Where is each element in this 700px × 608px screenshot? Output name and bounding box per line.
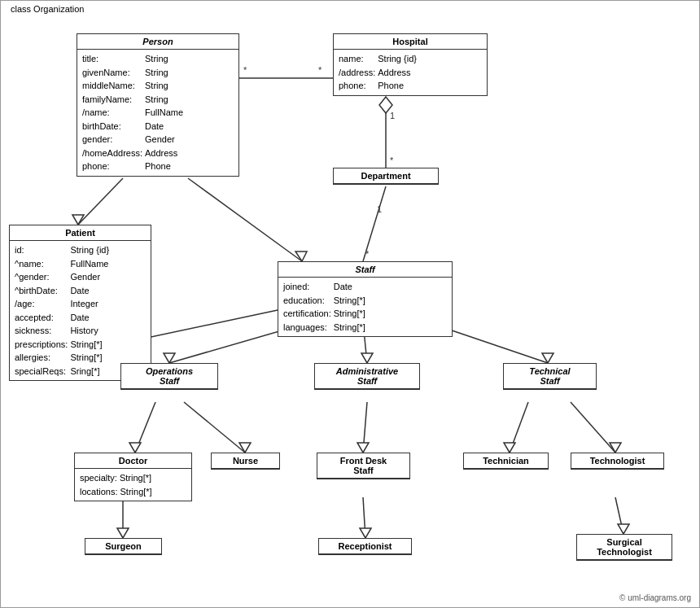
svg-marker-26 bbox=[239, 443, 251, 453]
class-person-header: Person bbox=[77, 34, 238, 50]
class-patient-header: Patient bbox=[10, 225, 151, 241]
class-doctor-header: Doctor bbox=[75, 453, 191, 469]
class-administrative-staff-header: AdministrativeStaff bbox=[315, 364, 419, 389]
class-front-desk-staff: Front DeskStaff bbox=[317, 453, 410, 479]
class-technologist: Technologist bbox=[571, 453, 664, 470]
svg-marker-38 bbox=[618, 524, 629, 534]
svg-line-25 bbox=[184, 402, 245, 453]
svg-text:1: 1 bbox=[390, 111, 395, 120]
svg-marker-20 bbox=[361, 353, 373, 363]
svg-line-29 bbox=[510, 402, 528, 453]
svg-marker-36 bbox=[360, 528, 371, 538]
class-hospital-header: Hospital bbox=[334, 34, 487, 50]
class-person-body: title:String givenName:String middleName… bbox=[77, 50, 238, 176]
class-staff-header: Staff bbox=[278, 262, 452, 278]
svg-marker-32 bbox=[610, 443, 621, 453]
svg-line-10 bbox=[78, 178, 123, 225]
class-front-desk-staff-header: Front DeskStaff bbox=[317, 453, 409, 479]
class-nurse-header: Nurse bbox=[212, 453, 279, 469]
class-administrative-staff: AdministrativeStaff bbox=[314, 363, 420, 390]
class-technician: Technician bbox=[463, 453, 549, 470]
svg-marker-30 bbox=[504, 443, 515, 453]
svg-text:*: * bbox=[365, 249, 370, 259]
class-technical-staff: TechnicalStaff bbox=[503, 363, 597, 390]
class-patient-body: id:String {id} ^name:FullName ^gender:Ge… bbox=[10, 241, 151, 380]
class-operations-staff: OperationsStaff bbox=[120, 363, 218, 390]
class-receptionist: Receptionist bbox=[318, 538, 412, 555]
class-surgical-technologist: SurgicalTechnologist bbox=[576, 534, 672, 561]
class-staff: Staff joined:Date education:String[*] ce… bbox=[278, 261, 453, 337]
svg-line-31 bbox=[571, 402, 615, 453]
svg-line-23 bbox=[135, 402, 155, 453]
class-operations-staff-header: OperationsStaff bbox=[121, 364, 217, 389]
class-person: Person title:String givenName:String mid… bbox=[77, 33, 239, 177]
class-technician-header: Technician bbox=[464, 453, 548, 469]
svg-marker-28 bbox=[357, 443, 369, 453]
class-surgeon: Surgeon bbox=[85, 538, 162, 555]
class-hospital: Hospital name:String {id} /address:Addre… bbox=[333, 33, 488, 96]
class-technical-staff-header: TechnicalStaff bbox=[504, 364, 596, 389]
svg-line-35 bbox=[363, 497, 365, 538]
svg-line-7 bbox=[363, 186, 386, 261]
svg-marker-34 bbox=[117, 528, 129, 538]
svg-line-37 bbox=[615, 497, 623, 534]
diagram-container: class Organization * * 1 * 1 * * * bbox=[0, 0, 700, 608]
svg-text:*: * bbox=[318, 65, 322, 75]
svg-marker-24 bbox=[129, 443, 141, 453]
svg-marker-13 bbox=[295, 252, 307, 261]
svg-text:*: * bbox=[243, 65, 247, 75]
svg-line-27 bbox=[363, 402, 367, 453]
class-receptionist-header: Receptionist bbox=[319, 539, 411, 554]
diagram-title: class Organization bbox=[7, 4, 88, 14]
svg-text:*: * bbox=[390, 155, 394, 165]
class-doctor: Doctor specialty: String[*] locations: S… bbox=[74, 453, 192, 501]
svg-marker-4 bbox=[379, 97, 392, 113]
class-department: Department bbox=[333, 168, 439, 185]
class-nurse: Nurse bbox=[211, 453, 280, 470]
class-department-header: Department bbox=[334, 168, 438, 184]
class-staff-body: joined:Date education:String[*] certific… bbox=[278, 278, 452, 336]
class-surgeon-header: Surgeon bbox=[85, 539, 161, 554]
svg-marker-18 bbox=[164, 353, 175, 363]
class-technologist-header: Technologist bbox=[571, 453, 663, 469]
svg-line-12 bbox=[188, 178, 302, 261]
svg-marker-11 bbox=[72, 215, 84, 225]
class-surgical-technologist-header: SurgicalTechnologist bbox=[577, 535, 672, 560]
copyright: © uml-diagrams.org bbox=[619, 593, 691, 602]
class-doctor-body: specialty: String[*] locations: String[*… bbox=[75, 469, 191, 501]
svg-marker-22 bbox=[542, 353, 553, 363]
class-hospital-body: name:String {id} /address:Address phone:… bbox=[334, 50, 487, 95]
svg-text:1: 1 bbox=[377, 204, 382, 214]
class-patient: Patient id:String {id} ^name:FullName ^g… bbox=[9, 225, 151, 381]
